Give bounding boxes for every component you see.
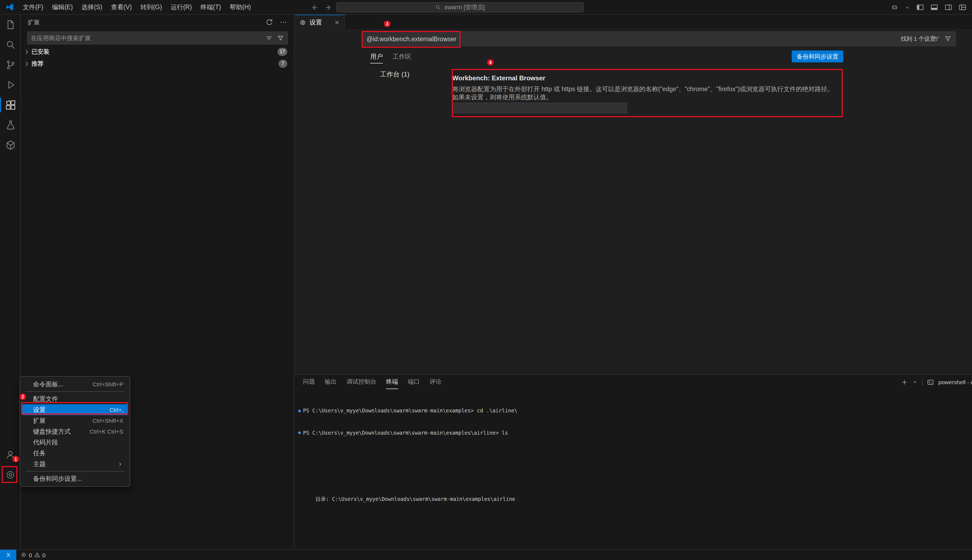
- panel-tab-bar: 问题 输出 调试控制台 终端 端口 评论: [295, 375, 972, 389]
- toggle-sidebar-icon[interactable]: [916, 3, 924, 12]
- menu-help[interactable]: 帮助(H): [225, 0, 255, 14]
- settings-gear-icon: [299, 19, 306, 26]
- section-recommended-label: 推荐: [32, 59, 43, 68]
- toc-workbench-item[interactable]: 工作台 (1): [380, 70, 409, 79]
- settings-search-input[interactable]: [363, 32, 955, 46]
- sidebar-header: 扩展: [21, 15, 294, 30]
- annotation-number-2: 2: [20, 393, 26, 400]
- extensions-icon[interactable]: [0, 95, 21, 115]
- menu-terminal[interactable]: 终端(T): [196, 0, 225, 14]
- command-center-search[interactable]: swarm [管理员]: [336, 2, 584, 12]
- tab-terminal[interactable]: 终端: [386, 375, 398, 389]
- tab-workspace[interactable]: 工作区: [392, 53, 411, 63]
- title-bar: 文件(F) 编辑(E) 选择(S) 查看(V) 转到(G) 运行(R) 终端(T…: [0, 0, 972, 15]
- tab-ports[interactable]: 端口: [408, 375, 420, 389]
- submenu-chevron-right-icon: [117, 461, 123, 467]
- menu-view[interactable]: 查看(V): [107, 0, 136, 14]
- annotation-number-1: 1: [12, 456, 19, 462]
- search-icon: [435, 4, 441, 10]
- section-installed-label: 已安装: [32, 47, 49, 56]
- menu-file[interactable]: 文件(F): [18, 0, 47, 14]
- manage-gear-icon[interactable]: [0, 467, 21, 483]
- tab-problems[interactable]: 问题: [303, 375, 315, 389]
- menu-item-keyboard-shortcuts[interactable]: 键盘快捷方式Ctrl+K Ctrl+S: [20, 426, 130, 437]
- problems-status[interactable]: 0 0: [16, 550, 50, 560]
- menu-go[interactable]: 转到(G): [136, 0, 166, 14]
- setting-value-input[interactable]: [453, 103, 627, 113]
- remote-indicator[interactable]: [0, 550, 16, 560]
- installed-count-badge: 17: [277, 47, 287, 56]
- recommended-count-badge: 7: [279, 59, 287, 68]
- tab-settings-label: 设置: [309, 18, 322, 27]
- menu-item-extensions[interactable]: 扩展Ctrl+Shift+X: [20, 415, 130, 426]
- menu-item-settings[interactable]: 设置Ctrl+,: [22, 404, 128, 415]
- setting-external-browser: Workbench: External Browser 将浏览器配置为用于在外部…: [453, 74, 839, 113]
- refresh-icon[interactable]: [266, 18, 273, 26]
- menu-item-backup-sync[interactable]: 备份和同步设置...: [20, 473, 130, 484]
- terminal-output: PS C:\Users\v_myye\Downloads\swarm\swarm…: [303, 392, 972, 549]
- toggle-secondary-sidebar-icon[interactable]: [944, 3, 952, 12]
- chevron-right-icon: [23, 60, 30, 67]
- clear-filters-icon[interactable]: [933, 35, 940, 42]
- chevron-down-icon[interactable]: [905, 5, 910, 10]
- vscode-window: 文件(F) 编辑(E) 选择(S) 查看(V) 转到(G) 运行(R) 终端(T…: [0, 0, 972, 560]
- customize-layout-icon[interactable]: [959, 3, 967, 12]
- titlebar-actions: [890, 0, 967, 15]
- extensions-search: [27, 32, 288, 45]
- menu-item-command-palette[interactable]: 命令面板...Ctrl+Shift+P: [20, 379, 130, 390]
- tab-user[interactable]: 用户: [370, 53, 383, 63]
- menu-item-snippets[interactable]: 代码片段: [20, 437, 130, 448]
- settings-scope-tabs: 用户 工作区: [370, 53, 411, 63]
- source-control-icon[interactable]: [0, 55, 21, 75]
- filter-list-icon[interactable]: [266, 35, 272, 42]
- tab-settings[interactable]: 设置: [295, 15, 345, 30]
- chevron-down-icon[interactable]: [912, 379, 918, 385]
- tab-comments[interactable]: 评论: [429, 375, 441, 389]
- extensions-search-input[interactable]: [28, 32, 287, 44]
- back-icon[interactable]: [311, 3, 318, 11]
- tab-debug-console[interactable]: 调试控制台: [346, 375, 376, 389]
- error-count: 0: [29, 552, 32, 558]
- more-actions-icon[interactable]: [280, 18, 287, 26]
- search-icon[interactable]: [0, 35, 21, 55]
- backup-sync-settings-button[interactable]: 备份和同步设置: [792, 50, 843, 62]
- funnel-filter-icon[interactable]: [944, 35, 951, 42]
- funnel-filter-icon[interactable]: [277, 35, 284, 42]
- new-terminal-plus-icon[interactable]: [901, 378, 908, 385]
- setting-title: Workbench: External Browser: [453, 74, 839, 82]
- testing-icon[interactable]: [0, 115, 21, 135]
- settings-result-count: 找到 1 个设置: [901, 32, 935, 46]
- vscode-logo-icon: [5, 3, 14, 12]
- menu-selection[interactable]: 选择(S): [77, 0, 107, 14]
- menu-separator: [25, 471, 124, 472]
- extension-pack-cube-icon[interactable]: [0, 135, 21, 155]
- annotation-number-3: 3: [384, 21, 391, 27]
- terminal-actions: powershell - airl: [901, 375, 972, 389]
- sidebar-title: 扩展: [28, 18, 40, 26]
- divider: [922, 378, 923, 386]
- terminal-instance-label[interactable]: powershell - airl: [939, 379, 972, 385]
- annotation-number-4: 4: [487, 59, 494, 66]
- copilot-icon[interactable]: [890, 3, 899, 12]
- run-debug-icon[interactable]: [0, 75, 21, 95]
- menu-run[interactable]: 运行(R): [167, 0, 196, 14]
- toggle-panel-icon[interactable]: [930, 3, 939, 12]
- close-icon[interactable]: [334, 20, 340, 25]
- menu-separator: [25, 391, 124, 392]
- forward-icon[interactable]: [325, 3, 332, 11]
- menu-item-tasks[interactable]: 任务: [20, 448, 130, 458]
- error-icon: [21, 552, 27, 558]
- terminal-command-line: PS C:\Users\v_myye\Downloads\swarm\swarm…: [303, 407, 972, 414]
- menu-item-themes[interactable]: 主题: [20, 458, 130, 469]
- extensions-search-actions: [266, 32, 284, 44]
- menu-edit[interactable]: 编辑(E): [47, 0, 77, 14]
- editor-area: 设置 找到 1 个设置 用户 工作区 备份和同步设置 工作台 (1) Workb…: [295, 15, 972, 549]
- explorer-icon[interactable]: [0, 15, 21, 35]
- section-installed[interactable]: 已安装 17: [21, 46, 294, 58]
- tab-output[interactable]: 输出: [325, 375, 337, 389]
- history-navigation: [311, 0, 332, 15]
- settings-search-actions: [933, 32, 951, 46]
- menu-item-profiles[interactable]: 配置文件: [20, 393, 130, 404]
- section-recommended[interactable]: 推荐 7: [21, 58, 294, 70]
- settings-search: 找到 1 个设置: [362, 32, 956, 46]
